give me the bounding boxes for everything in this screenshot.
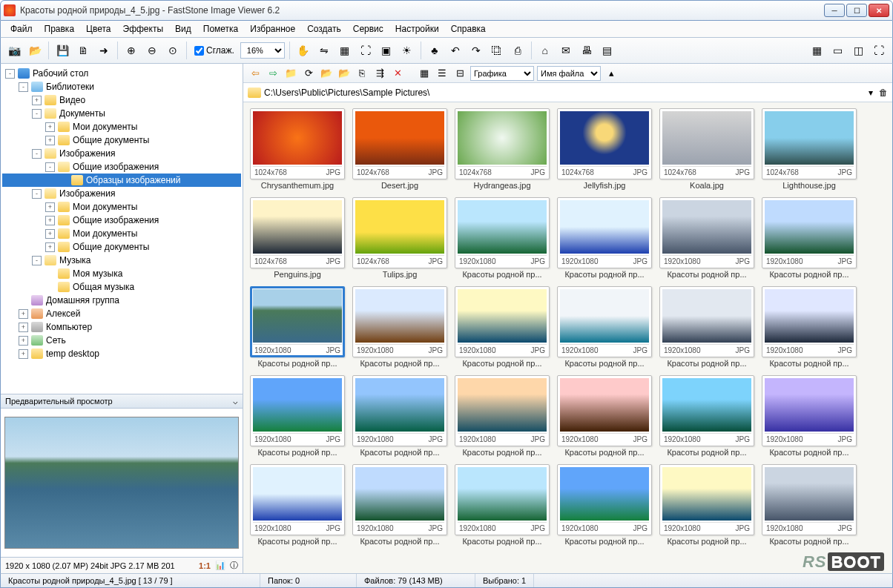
thumbnail-item[interactable]: 1920x1080JPGКрасоты родной пр... xyxy=(249,464,346,546)
preview-collapse-icon[interactable]: ⌵ xyxy=(233,397,238,406)
canvas-button[interactable]: ▣ xyxy=(378,42,395,59)
tree-toggle-icon[interactable]: + xyxy=(32,96,42,105)
undo-button[interactable]: ↶ xyxy=(446,42,464,59)
menu-создать[interactable]: Создать xyxy=(302,22,346,36)
nav-up-button[interactable]: 📁 xyxy=(283,66,298,81)
compare-button[interactable]: ⿻ xyxy=(488,42,506,59)
tree-node[interactable]: -Изображения xyxy=(2,187,241,200)
tree-node[interactable]: +Видео xyxy=(2,93,241,107)
thumbnail-item[interactable]: 1024x768JPGTulips.jpg xyxy=(352,197,448,279)
tree-node[interactable]: +Алексей xyxy=(2,307,241,320)
scan-button[interactable]: ⌂ xyxy=(536,42,554,59)
thumbnail-item[interactable]: 1920x1080JPGКрасоты родной пр... xyxy=(352,464,448,546)
thumbnail-item[interactable]: 1920x1080JPGКрасоты родной пр... xyxy=(659,375,755,457)
info-icon[interactable]: ⓘ xyxy=(230,560,238,571)
fav-add-button[interactable]: 📂 xyxy=(319,66,334,81)
menu-пометка[interactable]: Пометка xyxy=(198,22,244,36)
tree-toggle-icon[interactable]: + xyxy=(45,216,55,225)
folder-tree[interactable]: -Рабочий стол-Библиотеки+Видео-Документы… xyxy=(1,64,243,394)
path-dropdown-icon[interactable]: ▾ xyxy=(869,87,873,98)
recycle-button[interactable]: 🗑 xyxy=(879,87,888,98)
tree-toggle-icon[interactable]: + xyxy=(45,229,55,239)
tree-node[interactable]: +Общие документы xyxy=(2,133,241,147)
smooth-checkbox-input[interactable] xyxy=(194,46,204,56)
histogram-icon[interactable]: 📊 xyxy=(215,561,225,570)
redo-button[interactable]: ↷ xyxy=(467,42,485,59)
tree-toggle-icon[interactable]: - xyxy=(32,149,42,159)
tree-node[interactable]: +Мои документы xyxy=(2,120,241,133)
tree-toggle-icon[interactable]: + xyxy=(19,309,28,319)
zoom-out-button[interactable]: ⊖ xyxy=(143,42,161,59)
wallpaper-button[interactable]: ▤ xyxy=(599,42,616,59)
tag-button[interactable]: ♣ xyxy=(426,42,444,59)
view-single-button[interactable]: ▭ xyxy=(828,42,846,59)
nav-forward-button[interactable]: ⇨ xyxy=(266,66,280,81)
tree-node[interactable]: +Мои документы xyxy=(2,200,241,214)
move-to-button[interactable]: ⇶ xyxy=(372,66,387,81)
print-button[interactable]: 🖶 xyxy=(578,42,596,59)
menu-сервис[interactable]: Сервис xyxy=(348,22,389,36)
tree-node[interactable]: Моя музыка xyxy=(2,267,241,280)
close-button[interactable]: ✕ xyxy=(869,4,889,17)
zoom-fit-button[interactable]: ⊙ xyxy=(164,42,182,59)
tree-toggle-icon[interactable]: - xyxy=(5,69,15,79)
tree-node[interactable]: Образцы изображений xyxy=(2,174,241,187)
thumbnail-item[interactable]: 1920x1080JPGКрасоты родной пр... xyxy=(454,375,550,457)
thumbnail-item[interactable]: 1024x768JPGChrysanthemum.jpg xyxy=(249,108,346,190)
thumbnail-grid[interactable]: 1024x768JPGChrysanthemum.jpg1024x768JPGD… xyxy=(243,102,892,573)
menu-правка[interactable]: Правка xyxy=(39,22,80,36)
flip-h-button[interactable]: ⇋ xyxy=(315,42,333,59)
thumbnail-item[interactable]: 1024x768JPGDesert.jpg xyxy=(352,108,448,190)
thumbnail-item[interactable]: 1920x1080JPGКрасоты родной пр... xyxy=(761,464,857,546)
tree-toggle-icon[interactable]: - xyxy=(32,189,42,199)
tree-node[interactable]: +Мои документы xyxy=(2,227,241,240)
thumbnail-item[interactable]: 1920x1080JPGКрасоты родной пр... xyxy=(659,464,755,546)
hand-tool-button[interactable]: ✋ xyxy=(294,42,312,59)
fav-list-button[interactable]: 📂 xyxy=(337,66,352,81)
zoom-in-button[interactable]: ⊕ xyxy=(122,42,140,59)
tree-toggle-icon[interactable]: + xyxy=(45,242,55,252)
view-list-button[interactable]: ☰ xyxy=(435,66,449,81)
maximize-button[interactable]: ☐ xyxy=(846,4,867,17)
tree-node[interactable]: -Общие изображения xyxy=(2,160,241,174)
menu-эффекты[interactable]: Эффекты xyxy=(118,22,169,36)
thumbnail-item[interactable]: 1920x1080JPGКрасоты родной пр... xyxy=(352,375,448,457)
fullscreen-button[interactable]: ⛶ xyxy=(870,42,888,59)
thumbnail-item[interactable]: 1024x768JPGLighthouse.jpg xyxy=(761,108,857,190)
thumbnail-item[interactable]: 1920x1080JPGКрасоты родной пр... xyxy=(556,197,653,279)
path-input[interactable] xyxy=(264,87,866,98)
sort-select[interactable]: Имя файла xyxy=(537,66,601,81)
tree-node[interactable]: -Музыка xyxy=(2,254,241,267)
thumbnail-item[interactable]: 1024x768JPGHydrangeas.jpg xyxy=(454,108,550,190)
tree-toggle-icon[interactable]: - xyxy=(32,256,42,265)
save-button[interactable]: 💾 xyxy=(53,42,71,59)
thumbnail-item[interactable]: 1920x1080JPGКрасоты родной пр... xyxy=(659,286,755,368)
tree-toggle-icon[interactable]: + xyxy=(19,323,28,332)
tree-node[interactable]: -Изображения xyxy=(2,147,241,160)
tree-node[interactable]: -Документы xyxy=(2,107,241,120)
thumbnail-item[interactable]: 1024x768JPGKoala.jpg xyxy=(659,108,755,190)
tree-toggle-icon[interactable]: - xyxy=(45,162,55,172)
thumbnail-item[interactable]: 1920x1080JPGКрасоты родной пр... xyxy=(249,286,346,368)
tree-node[interactable]: -Библиотеки xyxy=(2,80,241,93)
menu-избранное[interactable]: Избранное xyxy=(245,22,300,36)
tree-node[interactable]: +Компьютер xyxy=(2,320,241,334)
tree-node[interactable]: +temp desktop xyxy=(2,347,241,360)
view-large-icons-button[interactable]: ▦ xyxy=(417,66,432,81)
tree-toggle-icon[interactable]: + xyxy=(45,122,55,132)
tree-node[interactable]: +Сеть xyxy=(2,334,241,347)
tree-node[interactable]: -Рабочий стол xyxy=(2,67,241,80)
nav-back-button[interactable]: ⇦ xyxy=(248,66,263,81)
view-details-button[interactable]: ⊟ xyxy=(452,66,467,81)
tree-node[interactable]: +Общие документы xyxy=(2,240,241,254)
minimize-button[interactable]: ─ xyxy=(824,4,845,17)
copy-to-button[interactable]: ⎘ xyxy=(355,66,369,81)
menu-настройки[interactable]: Настройки xyxy=(390,22,444,36)
screenshot-button[interactable]: ⎙ xyxy=(509,42,527,59)
thumbnail-item[interactable]: 1920x1080JPGКрасоты родной пр... xyxy=(556,464,653,546)
email-button[interactable]: ✉ xyxy=(557,42,575,59)
acquire-button[interactable]: 📷 xyxy=(5,42,23,59)
delete-button[interactable]: ✕ xyxy=(390,66,405,81)
preview-pane[interactable] xyxy=(1,409,243,557)
menu-цвета[interactable]: Цвета xyxy=(81,22,116,36)
